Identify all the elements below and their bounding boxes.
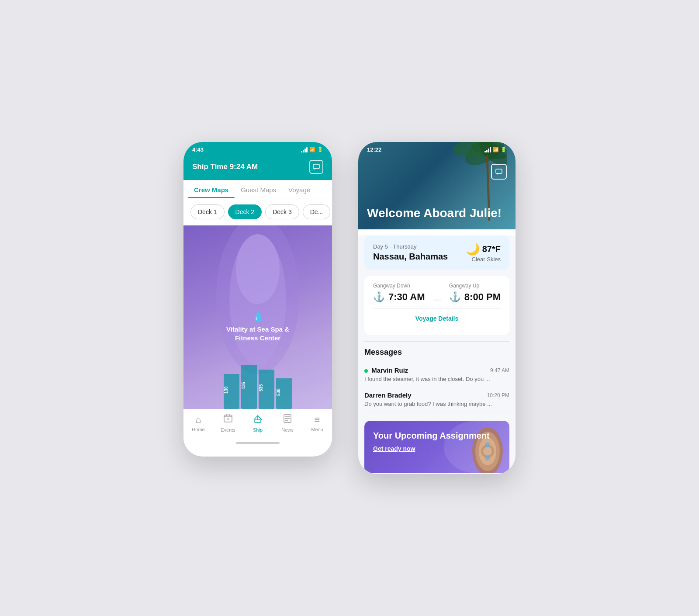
nav-events[interactable]: Events xyxy=(217,414,239,433)
messages-section: Messages Marvin Ruiz 9:47 AM I found the… xyxy=(358,342,516,415)
left-home-bar xyxy=(236,442,280,444)
gangway-times: Gangway Down ⚓ 7:30 AM — Gangway Up ⚓ 8:… xyxy=(373,283,501,304)
left-time: 4:43 xyxy=(192,146,204,153)
maps-tabs: Crew Maps Guest Maps Voyage xyxy=(183,180,332,198)
cabin-535: 535 xyxy=(259,370,274,409)
cabin-130: 130 xyxy=(224,374,239,409)
cabin-530: 530 xyxy=(276,378,292,409)
message-preview-1: I found the steamer, it was in the close… xyxy=(364,376,509,382)
nav-ship-label: Ship xyxy=(253,427,263,433)
sky-condition: Clear Skies xyxy=(466,256,501,263)
gangway-down-label: Gangway Down xyxy=(373,283,410,289)
weather-icon: 🌙 xyxy=(466,242,480,256)
nav-news-label: News xyxy=(281,427,294,433)
assignment-link[interactable]: Get ready now xyxy=(373,445,501,452)
cabin-135: 135 xyxy=(241,365,257,409)
ship-time-label: Ship Time 9:24 AM xyxy=(192,163,258,171)
gangway-up-ship-icon: ⚓ xyxy=(449,291,461,303)
right-status-icons: 📶 🔋 xyxy=(484,147,507,152)
nav-events-label: Events xyxy=(221,427,235,433)
message-time-1: 9:47 AM xyxy=(490,367,509,374)
gangway-down: Gangway Down ⚓ 7:30 AM xyxy=(373,283,425,303)
message-item-1[interactable]: Marvin Ruiz 9:47 AM I found the steamer,… xyxy=(364,362,509,387)
deck-more-button[interactable]: De... xyxy=(303,204,331,219)
gangway-up-time: 8:00 PM xyxy=(464,291,501,303)
deck-3-button[interactable]: Deck 3 xyxy=(265,204,299,219)
left-header: Ship Time 9:24 AM xyxy=(183,156,332,180)
assignment-card[interactable]: Your Upcoming Assignment Get ready now xyxy=(364,421,509,473)
gangway-up-time-row: ⚓ 8:00 PM xyxy=(449,291,501,303)
online-indicator-1 xyxy=(364,369,368,373)
right-phone: 12:22 📶 🔋 xyxy=(358,142,516,474)
location-label: Nassau, Bahamas xyxy=(373,252,448,262)
battery-icon: 🔋 xyxy=(317,147,323,152)
sender-2: Darren Bradely xyxy=(364,391,412,399)
right-time: 12:22 xyxy=(367,146,381,153)
tab-voyage[interactable]: Voyage xyxy=(282,180,316,198)
assignment-title: Your Upcoming Assignment xyxy=(373,430,501,441)
nav-menu-label: Menu xyxy=(311,427,323,432)
tab-crew-maps[interactable]: Crew Maps xyxy=(188,180,235,198)
deck-1-button[interactable]: Deck 1 xyxy=(190,204,225,219)
ship-map: 💧 Vitality at Sea Spa & Fitness Center 1… xyxy=(183,225,332,409)
gangway-up-label: Gangway Up xyxy=(449,283,479,289)
events-icon xyxy=(223,414,233,426)
message-header-1: Marvin Ruiz 9:47 AM xyxy=(364,367,509,374)
svg-rect-21 xyxy=(496,169,502,173)
nav-ship[interactable]: Ship xyxy=(247,414,269,433)
nav-menu[interactable]: ≡ Menu xyxy=(306,414,328,432)
bottom-nav: ⌂ Home Events xyxy=(183,409,332,439)
room-icon: 💧 xyxy=(221,311,295,322)
temp-display: 🌙 87*F xyxy=(466,242,501,256)
home-icon: ⌂ xyxy=(195,414,201,426)
gangway-separator: — xyxy=(433,295,441,304)
hero-text: Welcome Aboard Julie! xyxy=(367,206,502,221)
right-status-bar: 12:22 📶 🔋 xyxy=(358,142,516,156)
hero-banner: 12:22 📶 🔋 xyxy=(358,142,516,229)
nav-news[interactable]: News xyxy=(277,414,298,433)
tab-guest-maps[interactable]: Guest Maps xyxy=(235,180,282,198)
day-label: Day 5 - Thursday xyxy=(373,243,448,250)
nav-home-label: Home xyxy=(192,427,204,432)
gangway-card: Gangway Down ⚓ 7:30 AM — Gangway Up ⚓ 8:… xyxy=(364,276,509,335)
deck-selector: Deck 1 Deck 2 Deck 3 De... xyxy=(183,198,332,225)
menu-icon: ≡ xyxy=(315,414,320,426)
message-preview-2: Do you want to grab food? I was thinking… xyxy=(364,401,509,407)
room-name: Vitality at Sea Spa & Fitness Center xyxy=(221,325,295,342)
nav-home[interactable]: ⌂ Home xyxy=(187,414,209,432)
voyage-details-link[interactable]: Voyage Details xyxy=(373,308,501,328)
svg-rect-0 xyxy=(313,164,319,169)
ship-icon xyxy=(253,414,263,426)
left-status-icons: 📶 🔋 xyxy=(301,147,323,152)
message-header-2: Darren Bradely 10:20 PM xyxy=(364,391,509,399)
right-wifi-icon: 📶 xyxy=(493,147,499,152)
left-phone: 4:43 📶 🔋 Ship Time 9:24 AM xyxy=(183,142,332,457)
message-time-2: 10:20 PM xyxy=(487,392,509,398)
wifi-icon: 📶 xyxy=(309,147,315,152)
chat-button[interactable] xyxy=(309,160,323,174)
right-chat-button[interactable] xyxy=(491,164,507,180)
temperature: 87*F xyxy=(482,244,501,254)
messages-title: Messages xyxy=(364,348,509,357)
gangway-down-time-row: ⚓ 7:30 AM xyxy=(373,291,425,303)
gangway-down-time: 7:30 AM xyxy=(388,291,425,303)
right-signal-icon xyxy=(484,147,491,152)
left-status-bar: 4:43 📶 🔋 xyxy=(183,142,332,156)
signal-icon xyxy=(301,147,308,152)
news-icon xyxy=(283,414,292,426)
svg-point-28 xyxy=(485,455,490,460)
hero-title: Welcome Aboard Julie! xyxy=(367,206,502,221)
message-item-2[interactable]: Darren Bradely 10:20 PM Do you want to g… xyxy=(364,387,509,412)
weather-right: 🌙 87*F Clear Skies xyxy=(466,242,501,263)
sender-1: Marvin Ruiz xyxy=(364,367,408,374)
gangway-down-ship-icon: ⚓ xyxy=(373,291,385,303)
cabin-row: 130 135 535 530 xyxy=(183,365,332,409)
weather-card: Day 5 - Thursday Nassau, Bahamas 🌙 87*F … xyxy=(364,235,509,270)
room-label: 💧 Vitality at Sea Spa & Fitness Center xyxy=(221,311,295,342)
gangway-up: Gangway Up ⚓ 8:00 PM xyxy=(449,283,501,303)
right-battery-icon: 🔋 xyxy=(501,147,507,152)
phones-container: 4:43 📶 🔋 Ship Time 9:24 AM xyxy=(183,142,516,474)
deck-2-button[interactable]: Deck 2 xyxy=(228,204,262,219)
left-home-indicator xyxy=(183,439,332,447)
svg-rect-10 xyxy=(255,420,261,422)
